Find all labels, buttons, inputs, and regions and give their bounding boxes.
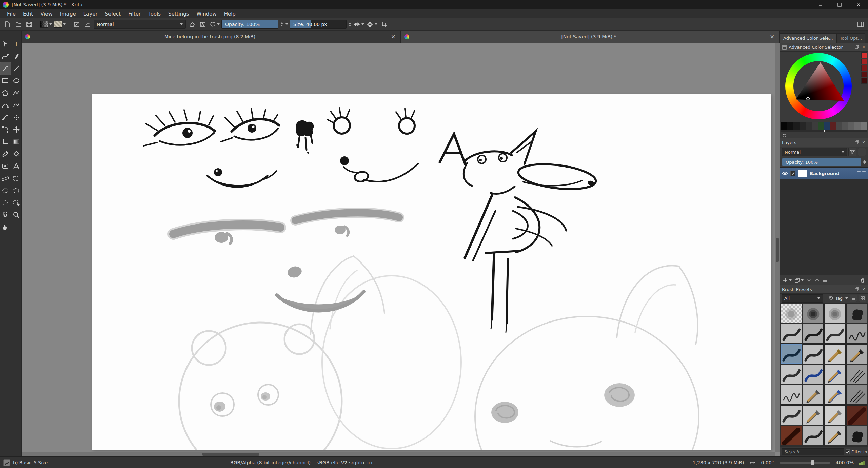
brush-preset-tile[interactable]	[824, 385, 846, 405]
brush-preset-tile[interactable]	[781, 344, 802, 364]
float-docker-icon[interactable]	[854, 287, 859, 292]
freehand-path-tool[interactable]	[11, 99, 22, 111]
filter-in-tag-checkbox[interactable]	[846, 449, 850, 454]
zoom-slider-thumb[interactable]	[811, 460, 814, 465]
brush-preset-tile[interactable]	[803, 324, 824, 344]
shade-cell[interactable]	[842, 122, 848, 130]
brush-preset-tile[interactable]	[803, 426, 824, 445]
calligraphy-tool[interactable]	[11, 50, 22, 62]
shade-cell[interactable]	[861, 122, 867, 130]
layer-options-button[interactable]	[858, 148, 866, 156]
shade-cell[interactable]	[836, 122, 842, 130]
brush-preset-tile[interactable]	[846, 426, 868, 445]
menu-image[interactable]: Image	[56, 9, 80, 18]
menu-filter[interactable]: Filter	[124, 9, 144, 18]
mirror-vertical-button[interactable]	[366, 20, 378, 29]
bezier-curve-tool[interactable]	[0, 99, 11, 111]
opacity-slider[interactable]: Opacity: 100%	[221, 20, 278, 29]
crop-tool[interactable]	[0, 136, 11, 148]
brush-preset-tile[interactable]	[846, 365, 868, 384]
shade-cell[interactable]	[793, 122, 800, 130]
horizontal-scrollbar[interactable]	[22, 452, 775, 456]
shade-cell[interactable]	[848, 122, 854, 130]
polygonal-selection-tool[interactable]	[11, 184, 22, 197]
brush-preset-tile[interactable]	[824, 426, 846, 445]
canvas[interactable]	[92, 94, 771, 450]
minimize-button[interactable]	[811, 0, 830, 9]
elliptical-selection-tool[interactable]	[0, 184, 11, 197]
brush-preset-tile[interactable]	[781, 365, 802, 384]
menu-edit[interactable]: Edit	[19, 9, 37, 18]
tag-label[interactable]: Tag	[835, 296, 843, 301]
brush-preset-chooser-button[interactable]	[72, 20, 81, 29]
close-tab-icon[interactable]: ✕	[390, 34, 397, 40]
recent-color-swatch[interactable]	[861, 59, 867, 64]
dynamic-brush-tool[interactable]	[0, 111, 11, 123]
eraser-mode-button[interactable]	[187, 20, 197, 29]
brush-preset-tile[interactable]	[846, 304, 868, 323]
preserve-alpha-button[interactable]	[198, 20, 208, 29]
layer-row-background[interactable]: Background	[780, 168, 868, 179]
brush-preset-tile[interactable]	[781, 426, 802, 445]
layer-opacity-slider[interactable]: Opacity: 100%	[782, 158, 861, 166]
gradient-chooser-button[interactable]	[40, 20, 52, 29]
brush-preset-tile[interactable]	[803, 385, 824, 405]
fill-tool[interactable]	[11, 148, 22, 160]
document-tab-1[interactable]: Mice belong in the trash.png (8.2 MiB) ✕	[22, 31, 401, 43]
shade-cell[interactable]	[812, 122, 818, 130]
brush-preset-tile[interactable]	[824, 405, 846, 425]
save-button[interactable]	[24, 20, 34, 29]
ellipse-tool[interactable]	[11, 75, 22, 87]
shade-cell[interactable]	[806, 122, 812, 130]
layer-thumbnail[interactable]	[798, 170, 807, 177]
menu-file[interactable]: File	[3, 9, 19, 18]
pattern-chooser-button[interactable]	[54, 20, 66, 29]
shade-cell[interactable]	[818, 122, 824, 130]
shade-cell[interactable]	[781, 122, 787, 130]
size-spinner[interactable]	[349, 22, 351, 26]
shade-cell[interactable]	[854, 122, 861, 130]
selector-settings-icon[interactable]	[782, 45, 787, 50]
float-docker-icon[interactable]	[854, 140, 859, 145]
tab-advanced-color-selector[interactable]: Advanced Color Sele...	[780, 33, 836, 43]
layer-checkbox[interactable]	[790, 171, 795, 176]
menu-settings[interactable]: Settings	[164, 9, 193, 18]
tab-tool-options[interactable]: Tool Opt...	[836, 33, 865, 43]
freehand-selection-tool[interactable]	[0, 197, 11, 209]
brush-preset-tile[interactable]	[824, 324, 846, 344]
maximize-button[interactable]	[830, 0, 849, 9]
shade-cell[interactable]	[824, 122, 830, 130]
brush-preset-tile[interactable]	[803, 405, 824, 425]
polygon-tool[interactable]	[0, 87, 11, 99]
layer-opacity-spinner[interactable]	[863, 160, 866, 164]
recent-color-swatch[interactable]	[861, 78, 867, 84]
brush-preset-tile[interactable]	[824, 344, 846, 364]
list-view-button[interactable]	[850, 295, 857, 302]
recent-color-swatch[interactable]	[861, 65, 867, 71]
brush-preset-tile[interactable]	[803, 344, 824, 364]
shade-cell[interactable]	[800, 122, 806, 130]
edit-shapes-tool[interactable]	[0, 50, 11, 62]
close-docker-icon[interactable]: ✕	[861, 287, 866, 292]
brush-preset-tile[interactable]	[846, 324, 868, 344]
similar-selection-tool[interactable]	[11, 197, 22, 209]
rotation-reset-icon[interactable]	[749, 460, 755, 465]
recent-color-swatch[interactable]	[861, 52, 867, 58]
move-layer-up-button[interactable]	[814, 278, 820, 283]
trim-to-image-button[interactable]	[379, 20, 389, 29]
menu-view[interactable]: View	[37, 9, 56, 18]
close-docker-icon[interactable]: ✕	[861, 45, 866, 50]
menu-window[interactable]: Window	[193, 9, 220, 18]
new-document-button[interactable]	[3, 20, 12, 29]
opacity-spinner[interactable]	[280, 22, 283, 26]
brush-preset-tile[interactable]	[803, 365, 824, 384]
brush-preset-tile[interactable]	[824, 304, 846, 323]
rectangle-tool[interactable]	[0, 75, 11, 87]
tag-icon[interactable]	[829, 296, 834, 301]
canvas-viewport[interactable]	[22, 43, 780, 456]
select-shapes-tool[interactable]	[0, 38, 11, 50]
magnetic-selection-tool[interactable]	[0, 209, 11, 221]
color-sampler-tool[interactable]	[0, 148, 11, 160]
shade-cell[interactable]	[787, 122, 793, 130]
brush-preset-tile[interactable]	[781, 324, 802, 344]
